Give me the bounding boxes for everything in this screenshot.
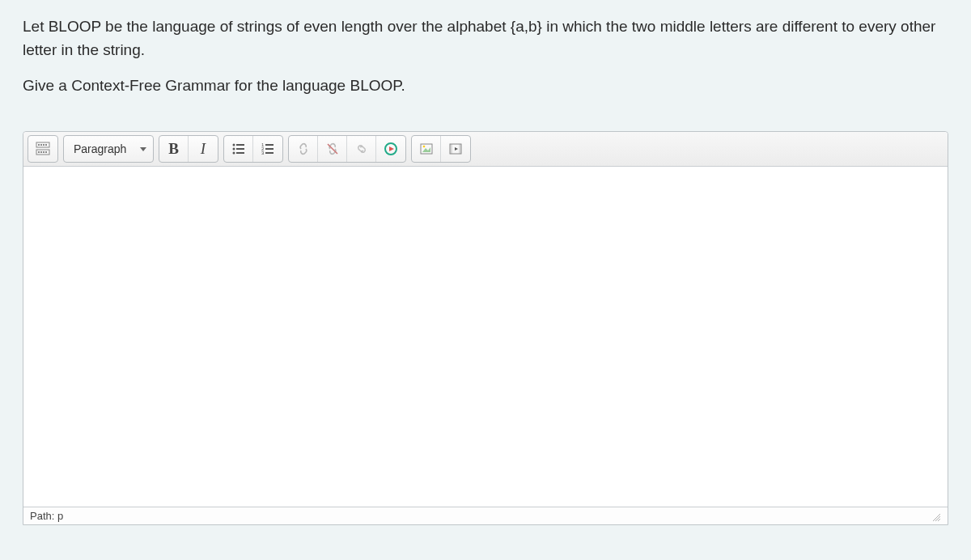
anchor-button[interactable] bbox=[347, 136, 376, 162]
toolbar-group-media bbox=[411, 135, 471, 163]
unlink-button[interactable] bbox=[318, 136, 347, 162]
italic-button[interactable]: I bbox=[189, 136, 218, 162]
toolbar-toggle-button[interactable] bbox=[28, 136, 57, 162]
svg-point-12 bbox=[232, 148, 235, 151]
question-text: Let BLOOP be the language of strings of … bbox=[23, 15, 948, 97]
question-line-1: Let BLOOP be the language of strings of … bbox=[23, 15, 948, 62]
toolbar-group-text: B I bbox=[159, 135, 218, 163]
unlink-icon bbox=[325, 142, 340, 156]
numbered-list-button[interactable]: 1 2 3 bbox=[253, 136, 282, 162]
toolbar-group-links bbox=[288, 135, 406, 163]
svg-rect-8 bbox=[43, 151, 45, 153]
svg-rect-30 bbox=[459, 144, 461, 154]
svg-rect-9 bbox=[45, 151, 47, 153]
format-select-label: Paragraph bbox=[74, 142, 126, 155]
question-line-2: Give a Context-Free Grammar for the lang… bbox=[23, 74, 948, 97]
bullet-list-icon bbox=[231, 142, 246, 156]
rich-text-editor: Paragraph B I bbox=[23, 131, 948, 525]
svg-rect-6 bbox=[38, 151, 40, 153]
image-icon bbox=[419, 142, 434, 156]
svg-point-10 bbox=[232, 144, 235, 146]
bold-button[interactable]: B bbox=[159, 136, 189, 162]
film-icon bbox=[448, 142, 463, 156]
bold-icon: B bbox=[168, 140, 179, 158]
toolbar-group-lists: 1 2 3 bbox=[223, 135, 283, 163]
toolbar-toggle-icon bbox=[36, 142, 50, 156]
editor-toolbar: Paragraph B I bbox=[23, 132, 948, 167]
svg-rect-7 bbox=[40, 151, 42, 153]
svg-rect-1 bbox=[38, 144, 40, 146]
link-icon bbox=[296, 142, 311, 156]
svg-rect-29 bbox=[450, 144, 452, 154]
svg-text:3: 3 bbox=[261, 151, 265, 155]
svg-rect-17 bbox=[265, 144, 273, 146]
anchor-icon bbox=[354, 142, 369, 156]
svg-point-14 bbox=[232, 152, 235, 155]
svg-marker-26 bbox=[422, 147, 430, 152]
svg-rect-2 bbox=[40, 144, 42, 146]
media-button[interactable] bbox=[376, 136, 405, 162]
format-select[interactable]: Paragraph bbox=[63, 135, 154, 163]
resize-handle[interactable] bbox=[930, 511, 941, 522]
bullet-list-button[interactable] bbox=[224, 136, 253, 162]
svg-rect-11 bbox=[236, 144, 244, 146]
italic-icon: I bbox=[201, 140, 206, 158]
video-button[interactable] bbox=[441, 136, 470, 162]
svg-rect-21 bbox=[265, 152, 273, 154]
svg-rect-19 bbox=[265, 148, 273, 150]
svg-point-27 bbox=[422, 146, 425, 148]
svg-marker-31 bbox=[455, 147, 458, 151]
chevron-down-icon bbox=[140, 147, 146, 151]
image-button[interactable] bbox=[412, 136, 441, 162]
svg-rect-13 bbox=[236, 148, 244, 150]
svg-rect-3 bbox=[43, 144, 45, 146]
link-button[interactable] bbox=[289, 136, 318, 162]
editor-content-area[interactable] bbox=[23, 167, 948, 507]
svg-rect-15 bbox=[236, 152, 244, 154]
editor-path: Path: p bbox=[30, 510, 63, 522]
editor-statusbar: Path: p bbox=[23, 507, 948, 524]
toolbar-group-toggle bbox=[28, 135, 58, 163]
svg-line-22 bbox=[328, 144, 337, 154]
media-icon bbox=[384, 142, 398, 156]
svg-marker-24 bbox=[389, 146, 394, 151]
svg-rect-4 bbox=[45, 144, 47, 146]
numbered-list-icon: 1 2 3 bbox=[261, 142, 275, 156]
